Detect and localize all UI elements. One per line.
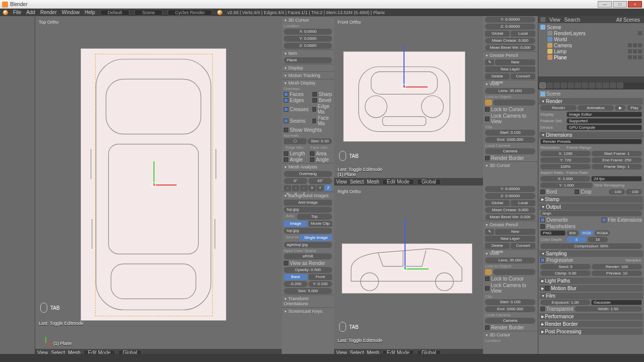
output-path[interactable]: /tmp\ (540, 211, 642, 216)
bg-y[interactable]: Y: 0.100 (308, 281, 332, 287)
chk-seams[interactable]: Seams (284, 115, 308, 126)
tree-plane[interactable]: Plane (540, 54, 642, 60)
tab-physics[interactable] (617, 82, 623, 88)
gp-mode[interactable]: ✎ (485, 59, 494, 65)
feature-dd[interactable]: Supported (567, 118, 642, 124)
tree-renderlayers[interactable]: RenderLayers (540, 30, 642, 36)
outl-search[interactable]: Search (565, 17, 610, 23)
animation-button[interactable]: Animation (578, 105, 614, 111)
menu-add[interactable]: Add (26, 10, 35, 15)
sec-meshanalysis[interactable]: Mesh Analysis (282, 163, 334, 170)
global-btn[interactable]: Global (485, 31, 510, 37)
cursor-z[interactable]: Z: 0.0000 (284, 43, 332, 49)
cursor-x[interactable]: X: 0.0000 (284, 29, 332, 35)
chk-length[interactable]: Length (284, 151, 306, 156)
sec-view[interactable]: View (483, 80, 537, 87)
normals-btn[interactable]: ⬡ (284, 138, 306, 144)
outl-view[interactable]: View (549, 17, 560, 23)
tab-object[interactable] (568, 82, 574, 88)
gp-newlayer[interactable]: New Layer (485, 66, 535, 72)
sec-item[interactable]: Item (282, 49, 334, 57)
chk-edges[interactable]: Edges (284, 98, 308, 103)
sec-render[interactable]: Render (539, 98, 643, 105)
bg-colorspace[interactable]: sRGB (284, 253, 332, 259)
tree-world[interactable]: World (540, 36, 642, 42)
editor-type-icon[interactable] (540, 17, 545, 22)
bg-back[interactable]: Back (284, 274, 307, 280)
sec-transforient[interactable]: Transform Orientations (282, 295, 334, 307)
tab-modifiers[interactable] (582, 82, 588, 88)
tab-particles[interactable] (610, 82, 616, 88)
gp-new[interactable]: New (495, 59, 535, 65)
tree-camera[interactable]: Camera (540, 42, 642, 48)
n-panel-right[interactable]: Y: 0.00000 Z: 0.00000 GlobalLocal Mean C… (483, 186, 537, 356)
sec-screencast[interactable]: Screencast Keys (282, 307, 334, 315)
tab-world[interactable] (560, 82, 567, 88)
scene-dropdown[interactable]: Scene (134, 10, 163, 16)
chk-angle2[interactable]: Angle (310, 157, 332, 162)
analysis-type[interactable]: Overhang (284, 171, 332, 177)
tool-shelf[interactable] (0, 16, 35, 356)
sec-meshdisp[interactable]: Mesh Display (282, 79, 334, 86)
chk-rborder[interactable]: Render Border (483, 155, 537, 161)
properties-editor[interactable]: Scene Render Render Animation ▶ Play Dis… (538, 76, 644, 354)
n-panel-front[interactable]: Y: 0.00000 Z: 0.00000 GlobalLocal Mean C… (483, 16, 537, 186)
tab-texture[interactable] (603, 82, 609, 88)
sec-bgimg[interactable]: Background Images (282, 192, 334, 199)
sec-postproc[interactable]: Post Processing (539, 328, 643, 335)
res-y[interactable]: Y: 720 (540, 157, 591, 163)
menu-window[interactable]: Window (62, 10, 80, 15)
chk-viewrender[interactable]: View as Render (282, 260, 334, 266)
sec-3dcursor2[interactable]: 3D Cursor (483, 161, 537, 169)
cursor-y[interactable]: Y: 0.0000 (284, 36, 332, 42)
viewport-front[interactable]: Front Ortho TAB Last: Toggle Editmode (1… (334, 16, 483, 178)
bg-front[interactable]: Front (308, 274, 332, 280)
sec-grease[interactable]: Grease Pencil (483, 51, 537, 59)
frame-start[interactable]: Start Frame: 1 (592, 151, 642, 156)
chk-angle[interactable]: Angle (284, 157, 306, 162)
window-minimize[interactable]: — (598, 1, 612, 8)
tab-render[interactable] (539, 82, 546, 88)
bg-image-tab[interactable]: Image (284, 221, 307, 227)
chk-facema[interactable]: Face Ma (312, 115, 332, 126)
sec-film[interactable]: Film (539, 293, 643, 299)
menu-help[interactable]: Help (85, 10, 95, 15)
screen-layout-dropdown[interactable]: Default (100, 10, 130, 16)
breadcrumb[interactable]: Scene (546, 91, 560, 97)
n-panel-left[interactable]: 3D Cursor Location: X: 0.0000 Y: 0.0000 … (282, 16, 334, 356)
bg-file[interactable]: top.jpg (284, 207, 332, 213)
sec-stamp[interactable]: Stamp (539, 196, 643, 203)
frame-end[interactable]: End Frame: 250 (592, 157, 642, 163)
viewport-right[interactable]: Right Ortho TAB Last: Toggle Editmode (334, 186, 483, 349)
tab-scene[interactable] (553, 82, 560, 88)
viewport-header-front[interactable]: View Select Mesh Edit Mode Global (334, 178, 483, 186)
format-dd[interactable]: PNG (540, 230, 566, 236)
tab-layers[interactable] (546, 82, 553, 88)
bg-file2[interactable]: top.jpg (284, 228, 332, 234)
bg-file3[interactable]: agestop.jpg (284, 242, 332, 248)
bg-axis[interactable]: Top (297, 214, 332, 220)
bg-size[interactable]: Size: 5.000 (284, 288, 332, 294)
chk-showweights[interactable]: Show Weights (282, 127, 334, 133)
chk-faces[interactable]: Faces (284, 92, 308, 97)
window-maximize[interactable]: □ (613, 1, 627, 8)
menu-render[interactable]: Render (40, 10, 57, 15)
local-btn[interactable]: Local (511, 31, 535, 37)
viewport-top[interactable]: Top Ortho TAB Last: Toggle Editmode (1) … (35, 16, 282, 349)
outl-filter[interactable]: All Scenes (614, 17, 642, 23)
compression[interactable]: Compression: 90% (540, 243, 642, 249)
sec-display[interactable]: Display (282, 64, 334, 71)
bg-source[interactable]: Single Image (300, 235, 332, 241)
outliner-tree[interactable]: Scene RenderLayers World Camera Lamp Pla… (538, 23, 644, 61)
sec-lightpaths[interactable]: Light Paths (539, 278, 643, 284)
tab-constraints[interactable] (575, 82, 581, 88)
sec-motion[interactable]: Motion Tracking (282, 71, 334, 79)
lock-obj-icon[interactable] (485, 100, 492, 106)
render-engine-dropdown[interactable]: Cycles Render (168, 10, 212, 16)
tab-data[interactable] (589, 82, 595, 88)
sec-motionblur[interactable]: Motion Blur (539, 285, 643, 292)
chk-area[interactable]: Area (310, 151, 332, 156)
item-name[interactable]: Plane (284, 57, 332, 63)
props-tabs[interactable] (538, 82, 644, 89)
frame-step[interactable]: Frame Step: 1 (592, 164, 642, 169)
